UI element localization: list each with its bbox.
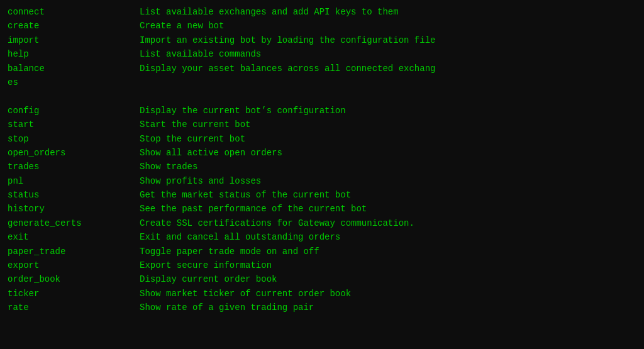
- command-description: Create a new bot: [140, 19, 224, 33]
- terminal-line: rateShow rate of a given trading pair: [8, 301, 636, 314]
- command-description: List available exchanges and add API key…: [140, 5, 399, 19]
- terminal-line: helpList available commands: [8, 47, 636, 61]
- command-name: generate_certs: [8, 216, 140, 230]
- terminal-line: startStart the current bot: [8, 118, 636, 131]
- command-name: export: [8, 258, 140, 272]
- terminal-line: connectList available exchanges and add …: [8, 5, 636, 19]
- command-description: Show profits and losses: [140, 174, 261, 188]
- command-description: Create SSL certifications for Gateway co…: [140, 216, 414, 230]
- terminal-line: es: [8, 75, 636, 89]
- command-name: ticker: [8, 287, 140, 301]
- command-name: balance: [8, 62, 140, 75]
- command-description: Export secure information: [140, 258, 272, 272]
- command-name: connect: [8, 5, 140, 19]
- command-description: Get the market status of the current bot: [140, 188, 351, 202]
- command-description: Exit and cancel all outstanding orders: [140, 230, 340, 244]
- terminal-line: configDisplay the current bot’s configur…: [8, 104, 636, 118]
- command-description: Display current order book: [140, 272, 277, 286]
- command-name: import: [8, 33, 140, 47]
- terminal-line: exportExport secure information: [8, 258, 636, 272]
- command-name: paper_trade: [8, 245, 140, 258]
- command-name: status: [8, 188, 140, 202]
- command-description: Stop the current bot: [140, 132, 245, 146]
- terminal-line: balanceDisplay your asset balances acros…: [8, 62, 636, 75]
- command-description: Display the current bot’s configuration: [140, 104, 346, 118]
- command-name: config: [8, 104, 140, 118]
- command-description: See the past performance of the current …: [140, 202, 367, 216]
- command-description: Show trades: [140, 160, 197, 174]
- command-name: start: [8, 118, 140, 131]
- terminal-line: createCreate a new bot: [8, 19, 636, 33]
- command-name: trades: [8, 160, 140, 174]
- empty-line: [8, 89, 636, 103]
- command-description: Import an existing bot by loading the co…: [140, 33, 435, 47]
- command-description: Show all active open orders: [140, 146, 282, 160]
- command-name: order_book: [8, 272, 140, 286]
- terminal: connectList available exchanges and add …: [8, 5, 636, 344]
- command-name: es: [8, 75, 140, 89]
- terminal-line: statusGet the market status of the curre…: [8, 188, 636, 202]
- terminal-line: historySee the past performance of the c…: [8, 202, 636, 216]
- terminal-line: importImport an existing bot by loading …: [8, 33, 636, 47]
- command-description: List available commands: [140, 47, 261, 61]
- command-name: create: [8, 19, 140, 33]
- command-name: rate: [8, 301, 140, 314]
- terminal-line: open_ordersShow all active open orders: [8, 146, 636, 160]
- terminal-line: exitExit and cancel all outstanding orde…: [8, 230, 636, 244]
- command-name: open_orders: [8, 146, 140, 160]
- terminal-line: stopStop the current bot: [8, 132, 636, 146]
- command-description: Show market ticker of current order book: [140, 287, 351, 301]
- terminal-line: generate_certsCreate SSL certifications …: [8, 216, 636, 230]
- terminal-line: tradesShow trades: [8, 160, 636, 174]
- command-name: help: [8, 47, 140, 61]
- command-description: Start the current bot: [140, 118, 250, 131]
- command-description: Show rate of a given trading pair: [140, 301, 314, 314]
- terminal-line: paper_tradeToggle paper trade mode on an…: [8, 245, 636, 258]
- terminal-line: pnlShow profits and losses: [8, 174, 636, 188]
- command-name: history: [8, 202, 140, 216]
- command-name: pnl: [8, 174, 140, 188]
- command-description: Toggle paper trade mode on and off: [140, 245, 319, 258]
- command-name: exit: [8, 230, 140, 244]
- command-name: stop: [8, 132, 140, 146]
- terminal-line: tickerShow market ticker of current orde…: [8, 287, 636, 301]
- command-description: Display your asset balances across all c…: [140, 62, 435, 75]
- terminal-line: order_bookDisplay current order book: [8, 272, 636, 286]
